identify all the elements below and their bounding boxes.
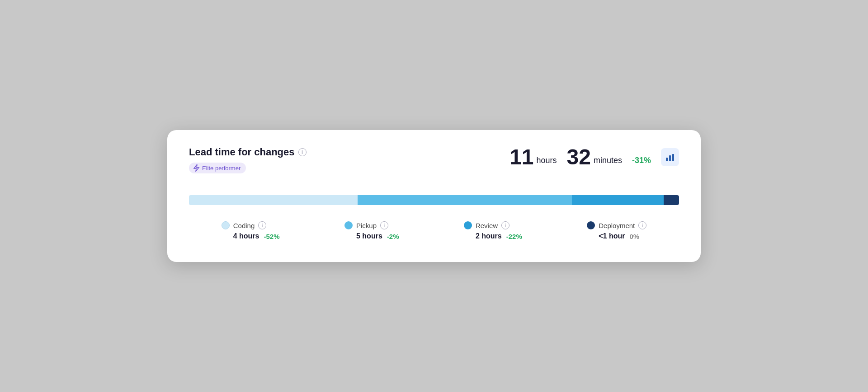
stat-item-coding: Coding i 4 hours -52% bbox=[222, 221, 280, 240]
dot-deployment bbox=[587, 221, 595, 229]
svg-rect-1 bbox=[669, 155, 671, 161]
stat-label-row-coding: Coding i bbox=[222, 221, 267, 229]
bar-segment-coding bbox=[189, 195, 358, 205]
stat-values-review: 2 hours -22% bbox=[464, 232, 522, 240]
pickup-pct: -2% bbox=[387, 233, 399, 240]
stat-values-pickup: 5 hours -2% bbox=[344, 232, 399, 240]
metrics-block: 11 hours 32 minutes -31% bbox=[509, 146, 679, 168]
elite-performer-badge: Elite performer bbox=[189, 163, 246, 173]
stat-label-row-deployment: Deployment i bbox=[587, 221, 646, 229]
minutes-number: 32 bbox=[567, 146, 591, 168]
chart-toggle-button[interactable] bbox=[661, 148, 679, 166]
deployment-hours: <1 hour bbox=[599, 232, 625, 240]
badge-label: Elite performer bbox=[202, 165, 241, 172]
dot-pickup bbox=[344, 221, 353, 229]
bar-container bbox=[189, 195, 679, 205]
stats-row: Coding i 4 hours -52% Pickup i 5 hours -… bbox=[189, 221, 679, 240]
coding-pct: -52% bbox=[264, 233, 280, 240]
title-info-icon[interactable]: i bbox=[298, 148, 307, 156]
bar-segment-pickup bbox=[358, 195, 572, 205]
stat-label-deployment: Deployment bbox=[599, 222, 635, 229]
svg-rect-0 bbox=[666, 158, 668, 161]
dot-coding bbox=[222, 221, 230, 229]
svg-rect-2 bbox=[672, 154, 674, 161]
coding-info-icon[interactable]: i bbox=[258, 221, 266, 229]
deployment-info-icon[interactable]: i bbox=[638, 221, 646, 229]
review-info-icon[interactable]: i bbox=[501, 221, 509, 229]
badge-icon bbox=[193, 164, 200, 172]
stat-values-deployment: <1 hour 0% bbox=[587, 232, 639, 240]
deployment-pct: 0% bbox=[629, 233, 639, 240]
pickup-info-icon[interactable]: i bbox=[380, 221, 388, 229]
stat-label-row-pickup: Pickup i bbox=[344, 221, 388, 229]
hours-number: 11 bbox=[509, 146, 533, 168]
hours-unit: hours bbox=[537, 156, 557, 168]
stat-label-review: Review bbox=[476, 222, 498, 229]
lead-time-card: Lead time for changes i Elite performer … bbox=[167, 130, 701, 262]
stat-item-pickup: Pickup i 5 hours -2% bbox=[344, 221, 399, 240]
stat-label-coding: Coding bbox=[233, 222, 255, 229]
overall-change: -31% bbox=[632, 156, 651, 168]
review-hours: 2 hours bbox=[476, 232, 502, 240]
dot-review bbox=[464, 221, 472, 229]
stat-item-deployment: Deployment i <1 hour 0% bbox=[587, 221, 646, 240]
review-pct: -22% bbox=[506, 233, 522, 240]
bar-chart-icon bbox=[665, 152, 675, 162]
card-title-text: Lead time for changes bbox=[189, 146, 295, 158]
minutes-unit: minutes bbox=[594, 156, 622, 168]
stat-values-coding: 4 hours -52% bbox=[222, 232, 280, 240]
stat-label-pickup: Pickup bbox=[356, 222, 377, 229]
stat-item-review: Review i 2 hours -22% bbox=[464, 221, 522, 240]
stacked-bar bbox=[189, 195, 679, 205]
header-row: Lead time for changes i Elite performer … bbox=[189, 146, 679, 173]
coding-hours: 4 hours bbox=[233, 232, 259, 240]
card-title: Lead time for changes i bbox=[189, 146, 307, 158]
stat-label-row-review: Review i bbox=[464, 221, 509, 229]
pickup-hours: 5 hours bbox=[356, 232, 382, 240]
title-block: Lead time for changes i Elite performer bbox=[189, 146, 307, 173]
bar-segment-deployment bbox=[664, 195, 679, 205]
bar-segment-review bbox=[572, 195, 664, 205]
